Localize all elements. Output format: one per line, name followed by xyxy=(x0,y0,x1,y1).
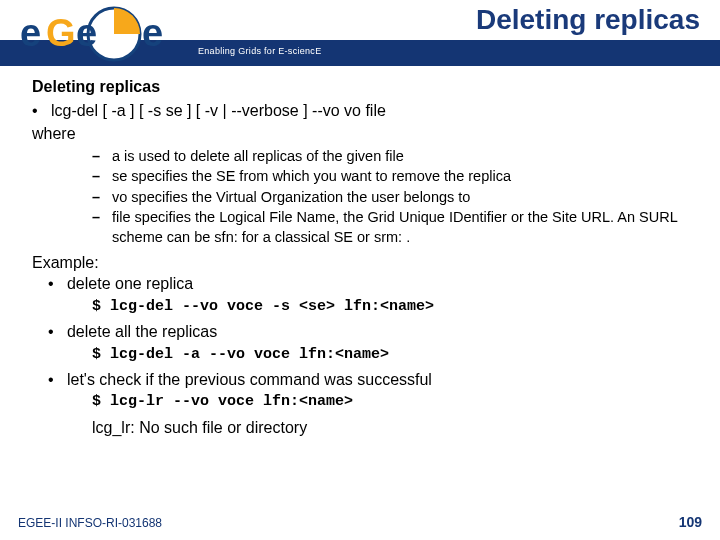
example-text: delete all the replicas xyxy=(67,323,217,340)
command-block: Deleting replicas xyxy=(32,76,688,98)
command-line: • lcg-del [ -a ] [ -s se ] [ -v | --verb… xyxy=(32,100,688,122)
option-text: file specifies the Logical File Name, th… xyxy=(112,208,688,247)
example-item: • delete one replica xyxy=(32,273,688,295)
code-line: $ lcg-lr --vo voce lfn:<name> xyxy=(32,392,688,412)
example-item: • let's check if the previous command wa… xyxy=(32,369,688,391)
footer-left: EGEE-II INFSO-RI-031688 xyxy=(18,516,162,530)
dash-icon: – xyxy=(92,208,112,247)
example-item: • delete all the replicas xyxy=(32,321,688,343)
option-row: – vo specifies the Virtual Organization … xyxy=(92,188,688,208)
result-line: lcg_lr: No such file or directory xyxy=(32,417,688,439)
options-list: – a is used to delete all replicas of th… xyxy=(32,147,688,248)
where-label: where xyxy=(32,123,688,145)
option-text: vo specifies the Virtual Organization th… xyxy=(112,188,688,208)
slide-title: Deleting replicas xyxy=(476,4,700,36)
tagline: Enabling Grids for E-sciencE xyxy=(198,46,321,56)
page-number: 109 xyxy=(679,514,702,530)
svg-text:e: e xyxy=(142,12,163,54)
svg-text:G: G xyxy=(46,12,76,54)
command-text: lcg-del [ -a ] [ -s se ] [ -v | --verbos… xyxy=(51,102,386,119)
logo-area: e G e e xyxy=(0,0,200,66)
dash-icon: – xyxy=(92,167,112,187)
option-row: – a is used to delete all replicas of th… xyxy=(92,147,688,167)
section-heading: Deleting replicas xyxy=(32,78,160,95)
content: Deleting replicas • lcg-del [ -a ] [ -s … xyxy=(0,66,720,438)
option-text: a is used to delete all replicas of the … xyxy=(112,147,688,167)
footer: EGEE-II INFSO-RI-031688 109 xyxy=(18,514,702,530)
dash-icon: – xyxy=(92,147,112,167)
example-text: let's check if the previous command was … xyxy=(67,371,432,388)
option-text: se specifies the SE from which you want … xyxy=(112,167,688,187)
code-line: $ lcg-del -a --vo voce lfn:<name> xyxy=(32,345,688,365)
example-text: delete one replica xyxy=(67,275,193,292)
option-row: – file specifies the Logical File Name, … xyxy=(92,208,688,247)
example-label: Example: xyxy=(32,252,688,274)
dash-icon: – xyxy=(92,188,112,208)
header: e G e e Enabling Grids for E-sciencE Del… xyxy=(0,0,720,66)
egee-logo-icon: e G e e xyxy=(14,6,194,62)
svg-text:e: e xyxy=(76,12,97,54)
svg-text:e: e xyxy=(20,12,41,54)
code-line: $ lcg-del --vo voce -s <se> lfn:<name> xyxy=(32,297,688,317)
option-row: – se specifies the SE from which you wan… xyxy=(92,167,688,187)
